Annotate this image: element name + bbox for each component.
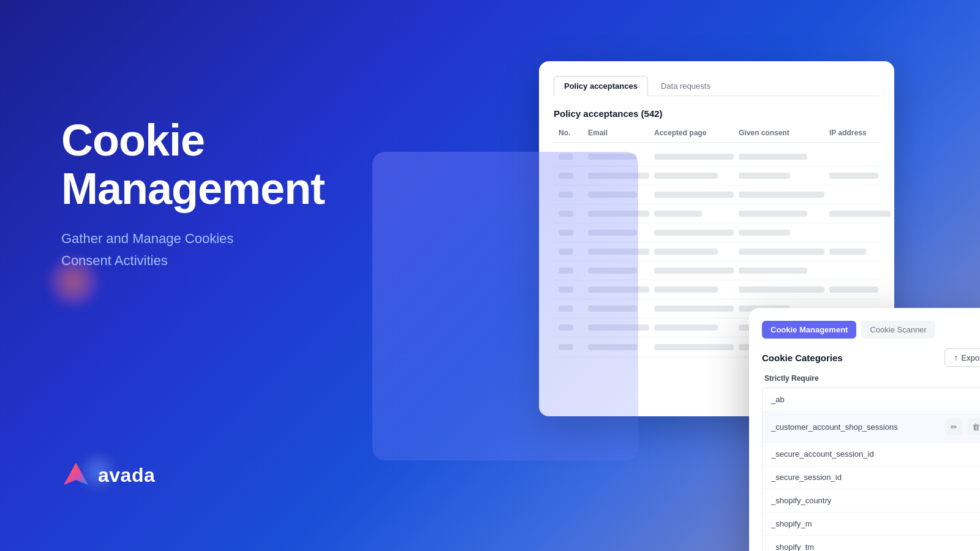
subtitle-line1: Gather and Manage Cookies [61,228,325,249]
logo-area: avada [61,460,155,490]
cookie-name: _shopify_country [771,496,831,505]
tab-policy-acceptances[interactable]: Policy acceptances [554,76,648,96]
edit-icon[interactable]: ✏ [945,418,962,435]
cookie-item-shopify-m[interactable]: _shopify_m [763,512,980,536]
cookie-name: _ab [771,395,785,404]
col-no: No. [559,129,583,137]
tab-cookie-management[interactable]: Cookie Management [762,321,856,339]
skel [829,211,891,217]
col-given-consent: Given consent [739,129,824,137]
col-email: Email [588,129,649,137]
skel [654,344,734,350]
skel [829,173,878,179]
title-line2: Management [61,164,325,213]
cookie-item-customer-account[interactable]: _customer_account_shop_sessions ✏ 🗑 [763,411,980,443]
subtitle-line2: Consent Activities [61,250,325,271]
export-button[interactable]: ↑ Export [944,348,980,367]
subtitle: Gather and Manage Cookies Consent Activi… [61,228,325,271]
skel [739,287,824,293]
skel [654,268,734,274]
skel [739,249,824,255]
skel [654,249,718,255]
skel [739,211,807,217]
skel [829,287,878,293]
main-title: Cookie Management [61,116,325,213]
skel [739,268,807,274]
cookie-item-secure-session[interactable]: _secure_session_id [763,466,980,489]
category-label: Strictly Require [762,374,980,383]
export-icon: ↑ [954,353,958,362]
skel [654,211,702,217]
cookie-item-ab[interactable]: _ab [763,388,980,411]
svg-marker-0 [64,463,88,485]
tab-cookie-scanner[interactable]: Cookie Scanner [861,321,935,339]
skel [654,324,718,331]
col-accepted-page: Accepted page [654,129,734,137]
tab-data-requests[interactable]: Data requests [650,76,721,96]
skel [654,287,718,293]
cookie-item-secure-account[interactable]: _secure_account_session_id [763,443,980,466]
cookie-card-header: Cookie Categories ↑ Export [762,348,980,367]
skel [739,154,807,160]
cookie-name: _secure_account_session_id [771,449,874,459]
cookie-item-shopify-tm[interactable]: _shopify_tm [763,536,980,551]
skel [739,173,790,179]
cookie-name: _shopify_tm [771,542,814,551]
skel [654,230,734,236]
export-label: Export [961,353,980,362]
cookie-name: _customer_account_shop_sessions [771,422,898,432]
cookie-item-actions: ✏ 🗑 [945,418,980,435]
cookie-list: _ab _customer_account_shop_sessions ✏ 🗑 … [762,388,980,551]
logo-text: avada [98,464,155,487]
skel [739,192,824,198]
cookie-card-wrapper: Cookie Management Cookie Scanner Cookie … [372,152,638,460]
skel [654,154,734,160]
policy-card-title: Policy acceptances (542) [554,108,880,119]
cookie-item-shopify-country[interactable]: _shopify_country [763,489,980,512]
cookie-card-tabs: Cookie Management Cookie Scanner [762,321,980,339]
skel [739,230,790,236]
table-header: No. Email Accepted page Given consent IP… [554,129,880,143]
delete-icon[interactable]: 🗑 [967,418,980,435]
policy-card-tabs: Policy acceptances Data requests [554,76,880,96]
skel [654,192,734,198]
skel [829,249,866,255]
skel [654,305,734,312]
title-line1: Cookie [61,116,205,165]
left-content: Cookie Management Gather and Manage Cook… [61,116,325,271]
cookie-name: _shopify_m [771,519,812,528]
skel [654,173,718,179]
col-ip-address: IP address [829,129,891,137]
cookie-management-card: Cookie Management Cookie Scanner Cookie … [749,308,980,551]
cookie-name: _secure_session_id [771,473,842,482]
avada-logo-icon [61,460,91,490]
cookie-card-title: Cookie Categories [762,353,843,363]
